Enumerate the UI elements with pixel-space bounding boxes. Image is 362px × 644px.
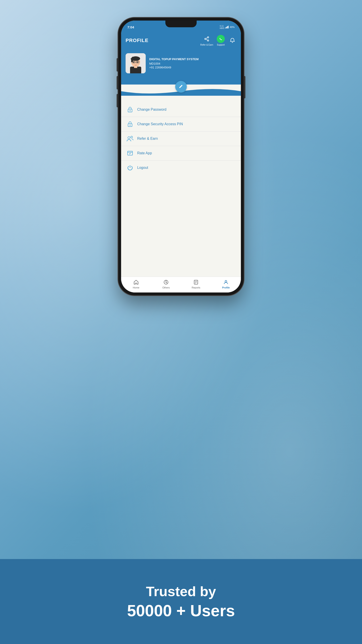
svg-point-22 <box>137 62 138 63</box>
avatar <box>126 53 146 73</box>
rate-app-icon <box>126 150 134 157</box>
change-password-item[interactable]: Change Password <box>121 102 241 117</box>
phone-screen: 7:04 0.11KB/S 49% PROFILE <box>121 20 241 292</box>
header-actions: Refer & Earn Support <box>200 35 236 46</box>
refer-earn-label: Refer & Earn <box>200 44 213 46</box>
trusted-line2: 50000 + Users <box>13 602 349 620</box>
rate-app-item[interactable]: Rate App <box>121 146 241 160</box>
home-icon <box>133 279 139 285</box>
notch <box>165 20 197 27</box>
wave-section <box>121 84 241 96</box>
avatar-image <box>126 53 146 73</box>
refer-earn-item[interactable]: Refer & Earn <box>121 132 241 146</box>
battery-text: 49% <box>230 26 235 28</box>
share-icon <box>203 35 211 43</box>
lock-icon <box>126 106 134 113</box>
svg-rect-3 <box>228 26 229 28</box>
support-button[interactable]: Support <box>217 35 225 46</box>
svg-point-28 <box>130 124 130 126</box>
whatsapp-icon <box>217 35 225 43</box>
nav-profile[interactable]: Profile <box>211 279 241 289</box>
profile-card: DIGITAL TOPUP PAYMENT SYSTEM MD1004 +91 … <box>121 50 241 84</box>
refer-icon <box>126 135 134 142</box>
nav-others[interactable]: Others <box>151 279 181 289</box>
svg-rect-1 <box>226 27 227 28</box>
wifi-icon <box>225 26 229 28</box>
status-bar: 7:04 0.11KB/S 49% <box>121 20 241 32</box>
svg-point-31 <box>131 136 132 138</box>
svg-point-39 <box>225 280 227 282</box>
svg-point-6 <box>207 40 209 41</box>
svg-line-7 <box>206 39 208 40</box>
trusted-line1: Trusted by <box>13 584 349 599</box>
svg-line-8 <box>206 38 208 39</box>
phone-frame: 7:04 0.11KB/S 49% PROFILE <box>118 18 244 295</box>
svg-rect-32 <box>128 151 132 155</box>
phone-wrapper: 7:04 0.11KB/S 49% PROFILE <box>118 18 244 295</box>
svg-point-34 <box>166 282 166 283</box>
app-header: PROFILE Refer & Earn <box>121 32 241 50</box>
status-time: 7:04 <box>127 25 134 29</box>
refer-earn-button[interactable]: Refer & Earn <box>200 35 213 46</box>
svg-point-30 <box>128 137 130 139</box>
lock-shield-icon <box>126 120 134 128</box>
profile-info: DIGITAL TOPUP PAYMENT SYSTEM MD1004 +91 … <box>149 58 236 69</box>
nav-reports-label: Reports <box>192 286 200 289</box>
logout-item[interactable]: Logout <box>121 160 241 175</box>
trusted-banner: Trusted by 50000 + Users <box>0 559 362 644</box>
edit-profile-button[interactable] <box>175 81 187 92</box>
profile-nav-icon <box>223 279 229 285</box>
profile-id: MD1004 <box>149 62 236 65</box>
reports-icon <box>193 279 199 285</box>
svg-point-21 <box>133 62 134 63</box>
nav-home[interactable]: Home <box>121 279 151 289</box>
svg-point-4 <box>207 37 209 38</box>
svg-rect-0 <box>225 28 226 28</box>
change-password-label: Change Password <box>137 108 166 112</box>
menu-section: Change Password Change Security Access P… <box>121 96 241 276</box>
nav-reports[interactable]: Reports <box>181 279 211 289</box>
svg-point-25 <box>130 110 130 111</box>
nav-others-label: Others <box>162 286 170 289</box>
change-security-pin-item[interactable]: Change Security Access PIN <box>121 117 241 132</box>
notification-button[interactable] <box>228 36 236 44</box>
power-icon <box>126 164 134 171</box>
signal-text: 0.11KB/S <box>220 25 224 29</box>
others-icon <box>163 279 169 285</box>
pencil-icon <box>179 84 183 89</box>
nav-home-label: Home <box>133 286 139 289</box>
support-label: Support <box>217 44 225 46</box>
logout-label: Logout <box>137 166 148 170</box>
header-title: PROFILE <box>126 38 148 44</box>
change-security-pin-label: Change Security Access PIN <box>137 122 183 126</box>
svg-point-5 <box>205 38 206 40</box>
svg-rect-2 <box>227 26 228 28</box>
bottom-nav: Home Others <box>121 276 241 292</box>
profile-name: DIGITAL TOPUP PAYMENT SYSTEM <box>149 58 236 61</box>
profile-phone: +91 2269645649 <box>149 66 236 69</box>
status-icons: 0.11KB/S 49% <box>220 25 235 29</box>
rate-app-label: Rate App <box>137 151 152 155</box>
refer-earn-menu-label: Refer & Earn <box>137 137 158 141</box>
nav-profile-label: Profile <box>222 286 230 289</box>
svg-point-23 <box>135 64 136 64</box>
